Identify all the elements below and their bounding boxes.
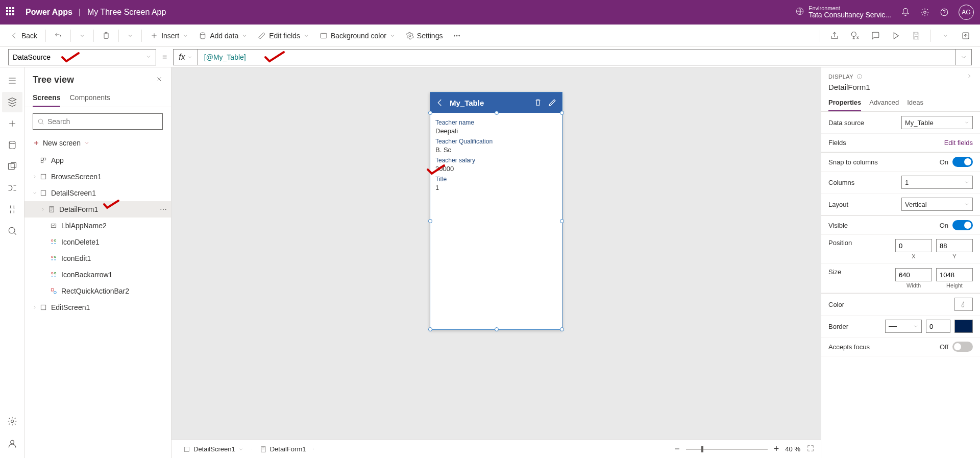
border-color[interactable] <box>954 320 973 333</box>
delete-icon[interactable] <box>533 98 543 107</box>
breadcrumb-screen[interactable]: DetailScreen1 <box>178 444 249 454</box>
settings-icon[interactable] <box>920 7 930 17</box>
rail-media-icon[interactable] <box>2 156 22 177</box>
publish-icon[interactable] <box>958 28 974 44</box>
tree-node-icondelete[interactable]: IconDelete1 <box>24 234 171 250</box>
app-name: My Three Screen App <box>87 8 166 17</box>
waffle-icon[interactable] <box>6 7 16 17</box>
avatar[interactable]: AG <box>959 5 974 20</box>
bg-color-button[interactable]: Background color <box>315 30 400 42</box>
checker-icon[interactable] <box>847 28 863 44</box>
back-button[interactable]: Back <box>6 30 41 42</box>
visible-toggle[interactable] <box>952 220 973 230</box>
help-icon[interactable] <box>939 7 949 17</box>
svg-rect-19 <box>41 158 43 160</box>
preview-icon[interactable] <box>888 28 904 44</box>
svg-point-12 <box>9 141 15 144</box>
rail-tree-icon[interactable] <box>2 92 22 112</box>
back-arrow-icon[interactable] <box>435 98 445 107</box>
zoom-slider[interactable] <box>686 449 768 450</box>
more-button[interactable] <box>449 30 465 42</box>
pos-y-input[interactable] <box>936 239 973 252</box>
pos-x-input[interactable] <box>895 239 932 252</box>
undo-button[interactable] <box>50 30 66 42</box>
rail-settings-icon[interactable] <box>2 411 22 431</box>
formula-expand[interactable] <box>955 49 972 65</box>
svg-rect-24 <box>50 207 54 212</box>
zoom-in[interactable]: + <box>774 444 779 454</box>
props-tab-ideas[interactable]: Ideas <box>907 99 923 111</box>
environment-picker[interactable]: Environment Tata Consultancy Servic... <box>795 5 891 19</box>
fx-label[interactable]: fx <box>173 49 197 65</box>
tree-node-detail[interactable]: DetailScreen1 <box>24 185 171 201</box>
svg-rect-22 <box>41 174 45 179</box>
insert-button[interactable]: Insert <box>146 30 192 42</box>
breadcrumb-form[interactable]: DetailForm1 <box>254 444 312 454</box>
canvas-area[interactable]: My_Table Teacher name Deepali Teacher Qu… <box>172 67 821 458</box>
rail-search-icon[interactable] <box>2 221 22 241</box>
tree-node-browse[interactable]: BrowseScreen1 <box>24 168 171 185</box>
props-tab-advanced[interactable]: Advanced <box>869 99 899 111</box>
tree-node-iconedit[interactable]: IconEdit1 <box>24 250 171 267</box>
tree-search-input[interactable] <box>47 117 158 126</box>
notifications-icon[interactable] <box>900 7 911 17</box>
save-icon[interactable] <box>908 28 924 44</box>
settings-button[interactable]: Settings <box>402 30 447 42</box>
rail-tools-icon[interactable] <box>2 199 22 220</box>
height-input[interactable] <box>936 268 973 281</box>
svg-point-33 <box>54 292 57 294</box>
share-icon[interactable] <box>826 28 843 44</box>
new-screen-button[interactable]: New screen <box>24 136 171 150</box>
tree-close-icon[interactable] <box>156 76 163 85</box>
tab-screens[interactable]: Screens <box>33 89 60 107</box>
border-width-input[interactable] <box>926 320 950 333</box>
tree-node-detailform[interactable]: DetailForm1⋯ <box>24 201 171 218</box>
phone-preview[interactable]: My_Table Teacher name Deepali Teacher Qu… <box>430 92 562 330</box>
status-bar: DetailScreen1 DetailForm1 − + 40 % <box>172 440 821 458</box>
color-picker[interactable] <box>954 298 973 311</box>
undo-menu[interactable] <box>75 31 89 41</box>
rail-data-icon[interactable] <box>2 135 22 155</box>
svg-point-31 <box>54 272 56 274</box>
layout-select[interactable]: Vertical <box>901 198 973 211</box>
rail-insert-icon[interactable] <box>2 113 22 134</box>
property-dropdown[interactable]: DataSource <box>8 49 156 65</box>
rail-flow-icon[interactable] <box>2 178 22 198</box>
tree-node-iconback[interactable]: IconBackarrow1 <box>24 267 171 283</box>
columns-select[interactable]: 1 <box>901 176 973 189</box>
width-input[interactable] <box>895 268 932 281</box>
accepts-focus-toggle[interactable] <box>952 342 973 352</box>
detail-form[interactable]: Teacher name Deepali Teacher Qualificati… <box>430 113 562 195</box>
paste-menu[interactable] <box>123 31 137 41</box>
publish-menu[interactable] <box>937 28 953 44</box>
props-tab-properties[interactable]: Properties <box>828 99 861 111</box>
tree-node-lbl[interactable]: LblAppName2 <box>24 218 171 234</box>
tab-components[interactable]: Components <box>69 89 110 107</box>
props-collapse-icon[interactable] <box>966 73 973 81</box>
tree-node-edit[interactable]: EditScreen1 <box>24 299 171 316</box>
app-header: Power Apps | My Three Screen App Environ… <box>0 0 980 25</box>
zoom-out[interactable]: − <box>674 444 680 454</box>
tree-node-app[interactable]: App <box>24 152 171 168</box>
tree-node-more[interactable]: ⋯ <box>160 205 167 213</box>
edit-fields-link[interactable]: Edit fields <box>944 139 973 147</box>
comments-icon[interactable] <box>867 28 884 44</box>
edit-icon[interactable] <box>548 98 557 107</box>
edit-fields-button[interactable]: Edit fields <box>254 30 313 42</box>
rail-hamburger[interactable] <box>2 70 22 91</box>
data-source-select[interactable]: My_Table <box>901 116 973 129</box>
paste-button[interactable] <box>98 30 114 42</box>
fit-icon[interactable] <box>806 444 815 454</box>
border-style-select[interactable] <box>885 320 922 333</box>
snap-toggle[interactable] <box>952 157 973 167</box>
svg-point-1 <box>924 11 926 14</box>
svg-rect-23 <box>41 190 45 195</box>
tree-node-rect[interactable]: RectQuickActionBar2 <box>24 283 171 299</box>
add-data-button[interactable]: Add data <box>194 30 252 42</box>
properties-panel: DISPLAY DetailForm1 Properties Advanced … <box>821 67 980 458</box>
tree-search[interactable] <box>33 113 163 130</box>
formula-bar: DataSource = fx [@My_Table] <box>0 47 980 67</box>
formula-input[interactable]: [@My_Table] <box>198 49 955 65</box>
svg-rect-36 <box>261 446 265 452</box>
rail-virtual-agent-icon[interactable] <box>2 433 22 454</box>
